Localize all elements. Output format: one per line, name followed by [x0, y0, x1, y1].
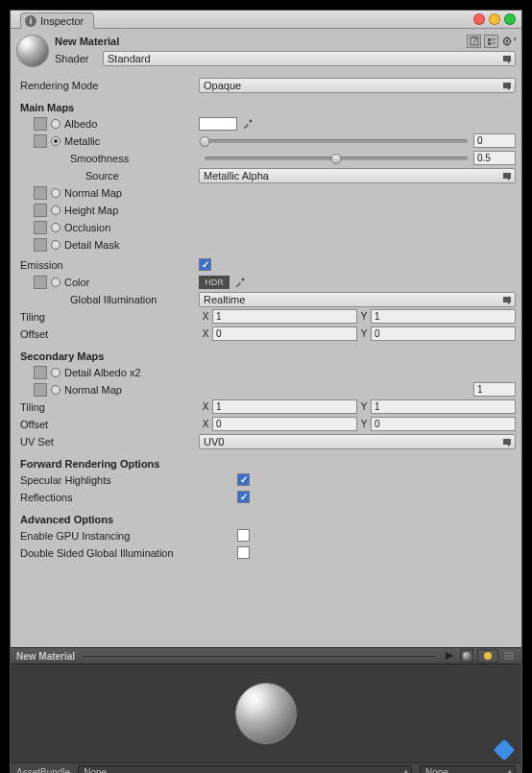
- preset-button[interactable]: [484, 35, 498, 48]
- detail-mask-foldout[interactable]: [51, 240, 60, 250]
- assetbundle-label: AssetBundle: [16, 767, 70, 773]
- albedo-texture-slot[interactable]: [34, 117, 47, 131]
- preview-title: New Material: [16, 651, 75, 662]
- tab-label: Inspector: [40, 15, 84, 27]
- specular-checkbox[interactable]: [237, 473, 250, 486]
- sec-tiling-x[interactable]: 1: [212, 399, 357, 414]
- tiling-label: Tiling: [16, 311, 199, 323]
- albedo-foldout[interactable]: [51, 119, 60, 129]
- sphere-preview-icon[interactable]: [460, 649, 473, 663]
- svg-rect-3: [488, 42, 491, 45]
- maximize-window-button[interactable]: [504, 13, 516, 25]
- dsgi-checkbox[interactable]: [237, 546, 250, 559]
- emission-color-label: Color: [64, 277, 89, 288]
- detail-albedo-foldout[interactable]: [51, 368, 60, 377]
- source-dropdown[interactable]: Metallic Alpha▴▾: [199, 168, 516, 183]
- offset-x-input[interactable]: 0: [212, 326, 357, 341]
- height-map-texture-slot[interactable]: [34, 204, 47, 217]
- gi-dropdown[interactable]: Realtime▴▾: [199, 292, 516, 307]
- source-label: Source: [16, 170, 199, 181]
- uvset-label: UV Set: [16, 436, 199, 447]
- sec-normal-value[interactable]: 1: [473, 382, 516, 397]
- sec-offset-y[interactable]: 0: [371, 417, 516, 431]
- offset-label: Offset: [16, 328, 199, 340]
- material-name: New Material: [55, 36, 119, 47]
- preview-sphere-icon: [235, 683, 297, 744]
- sec-tiling-y[interactable]: 1: [371, 399, 516, 414]
- tiling-y-input[interactable]: 1: [371, 309, 516, 324]
- material-preview-viewport[interactable]: [11, 664, 521, 762]
- sec-normal-label: Normal Map: [64, 384, 122, 396]
- inspector-tab[interactable]: i Inspector: [20, 12, 94, 29]
- main-maps-header: Main Maps: [16, 94, 516, 115]
- close-window-button[interactable]: [473, 13, 485, 25]
- svg-rect-2: [488, 38, 491, 41]
- dsgi-label: Double Sided Global Illumination: [16, 547, 237, 559]
- height-map-foldout[interactable]: [51, 205, 60, 215]
- gpu-instancing-label: Enable GPU Instancing: [16, 530, 237, 542]
- metallic-slider[interactable]: [205, 139, 468, 143]
- eyedropper-icon[interactable]: [233, 276, 247, 289]
- sec-offset-label: Offset: [16, 419, 199, 430]
- gi-label: Global Illumination: [16, 294, 199, 305]
- sec-tiling-label: Tiling: [16, 401, 199, 413]
- forward-rendering-header: Forward Rendering Options: [16, 450, 516, 471]
- sec-offset-x[interactable]: 0: [212, 417, 357, 431]
- eyedropper-icon[interactable]: [241, 117, 254, 131]
- normal-map-texture-slot[interactable]: [34, 186, 47, 200]
- detail-albedo-texture-slot[interactable]: [34, 366, 47, 379]
- advanced-options-header: Advanced Options: [16, 506, 516, 527]
- emission-label: Emission: [16, 259, 199, 271]
- albedo-color-swatch[interactable]: [199, 117, 237, 131]
- preview-divider: [83, 656, 435, 657]
- occlusion-foldout[interactable]: [51, 223, 60, 232]
- reflections-label: Reflections: [16, 492, 237, 503]
- normal-map-foldout[interactable]: [51, 188, 60, 198]
- svg-point-7: [505, 40, 507, 42]
- occlusion-label: Occlusion: [64, 222, 110, 233]
- hdr-color-swatch[interactable]: HDR: [199, 276, 230, 289]
- assetbundle-variant-dropdown[interactable]: None▴▾: [420, 765, 516, 773]
- smoothness-label: Smoothness: [16, 153, 199, 164]
- specular-label: Specular Highlights: [16, 474, 237, 486]
- svg-marker-11: [446, 652, 453, 660]
- minimize-window-button[interactable]: [489, 13, 500, 25]
- shader-dropdown[interactable]: Standard▴▾: [103, 51, 516, 66]
- reflections-checkbox[interactable]: [237, 491, 250, 503]
- preview-menu-icon[interactable]: [502, 649, 516, 663]
- smoothness-slider[interactable]: [205, 157, 468, 160]
- metallic-foldout[interactable]: [51, 136, 60, 146]
- svg-text:?: ?: [471, 36, 476, 46]
- play-icon[interactable]: [443, 649, 456, 663]
- help-button[interactable]: ?: [467, 35, 481, 48]
- sec-normal-texture-slot[interactable]: [34, 383, 47, 397]
- metallic-label: Metallic: [64, 135, 100, 147]
- material-preview-thumb: [16, 35, 49, 67]
- uvset-dropdown[interactable]: UV0▴▾: [199, 434, 516, 449]
- rendering-mode-dropdown[interactable]: Opaque▴▾: [199, 78, 516, 93]
- tiling-x-input[interactable]: 1: [212, 309, 357, 324]
- emission-color-foldout[interactable]: [51, 278, 60, 287]
- offset-y-input[interactable]: 0: [371, 326, 516, 341]
- assetbundle-name-dropdown[interactable]: None▴▾: [78, 765, 412, 773]
- gear-icon[interactable]: ▾: [501, 35, 516, 48]
- shader-label: Shader: [55, 53, 103, 64]
- info-icon: i: [25, 15, 36, 27]
- occlusion-texture-slot[interactable]: [34, 221, 47, 234]
- detail-albedo-label: Detail Albedo x2: [64, 367, 141, 378]
- gpu-instancing-checkbox[interactable]: [237, 529, 250, 542]
- sec-normal-foldout[interactable]: [51, 385, 60, 395]
- asset-label-icon[interactable]: [494, 739, 516, 761]
- secondary-maps-header: Secondary Maps: [16, 343, 516, 364]
- svg-point-10: [242, 278, 245, 280]
- height-map-label: Height Map: [64, 205, 118, 216]
- emission-color-texture-slot[interactable]: [34, 276, 47, 289]
- svg-point-9: [250, 119, 253, 122]
- metallic-texture-slot[interactable]: [34, 134, 47, 148]
- metallic-value[interactable]: 0: [473, 133, 516, 148]
- detail-mask-texture-slot[interactable]: [34, 238, 47, 252]
- light-toggle-icon[interactable]: [477, 649, 498, 663]
- smoothness-value[interactable]: 0.5: [473, 151, 516, 165]
- emission-checkbox[interactable]: [199, 258, 211, 271]
- svg-text:▾: ▾: [514, 36, 516, 45]
